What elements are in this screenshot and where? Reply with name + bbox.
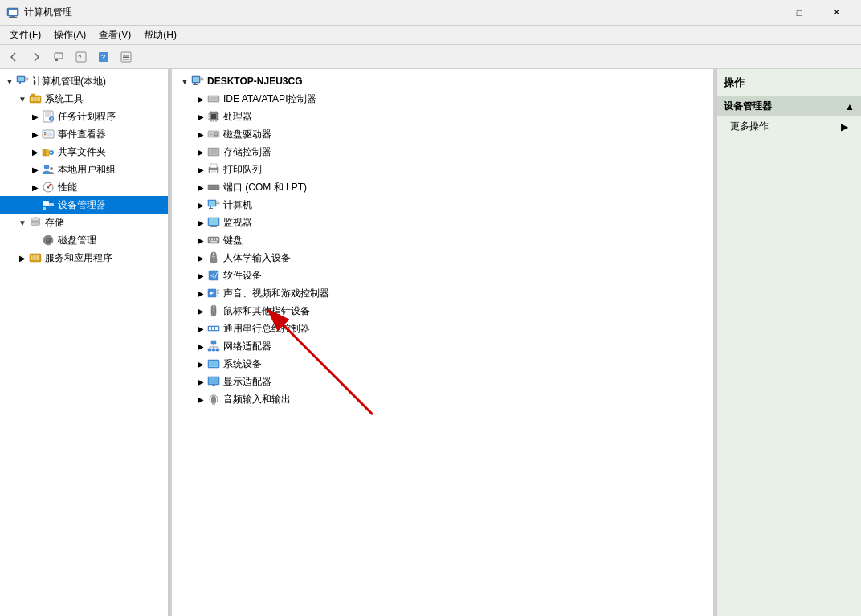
svg-rect-119 — [216, 238, 218, 239]
sidebar-item-local-users[interactable]: ▶ 本地用户和组 — [0, 161, 168, 178]
device-item-disk[interactable]: ▶ 磁盘驱动器 — [172, 125, 713, 143]
sidebar-item-disk-management[interactable]: 磁盘管理 — [0, 231, 168, 249]
svg-rect-113 — [212, 226, 215, 226]
toolbar-back[interactable] — [3, 47, 24, 67]
device-item-com[interactable]: ▶ 端口 (COM 和 LPT) — [172, 178, 713, 196]
device-item-serial[interactable]: ▶ 通用串行总线控制器 — [172, 320, 713, 337]
svg-rect-48 — [43, 207, 46, 210]
title-bar-text: 计算机管理 — [24, 6, 72, 19]
device-item-computer[interactable]: ▶ 计算机 — [172, 196, 713, 214]
svg-rect-35 — [44, 132, 46, 133]
device-item-mice[interactable]: ▶ 鼠标和其他指针设备 — [172, 302, 713, 320]
action-secondary-label: 更多操作 — [730, 120, 769, 133]
disk-icon — [42, 234, 55, 247]
users-expand-icon: ▶ — [29, 163, 42, 176]
toolbar-forward[interactable] — [26, 47, 47, 67]
svg-rect-87 — [210, 133, 214, 133]
device-item-software[interactable]: ▶ </> 软件设备 — [172, 267, 713, 284]
device-item-monitors[interactable]: ▶ 监视器 — [172, 214, 713, 231]
mice-expand: ▶ — [194, 304, 207, 317]
sidebar-item-performance[interactable]: ▶ 0 ∞ 性能 — [0, 178, 168, 196]
menu-view[interactable]: 查看(V) — [92, 27, 137, 43]
svg-rect-36 — [44, 134, 46, 136]
svg-line-132 — [217, 290, 219, 291]
device-item-cpu[interactable]: ▶ 处理器 — [172, 108, 713, 125]
svg-rect-46 — [43, 202, 48, 205]
device-item-display[interactable]: ▶ 显示适配器 — [172, 373, 713, 390]
action-primary[interactable]: 设备管理器 ▲ — [717, 96, 861, 116]
print-expand: ▶ — [194, 163, 207, 176]
device-root[interactable]: ▼ DESKTOP-NJEU3CG — [172, 72, 713, 90]
svg-rect-67 — [209, 96, 218, 101]
svg-rect-127 — [212, 256, 215, 257]
close-button[interactable]: ✕ — [818, 0, 855, 26]
device-root-expand: ▼ — [178, 75, 191, 88]
sidebar-item-system-tools[interactable]: ▼ 系统工具 — [0, 90, 168, 108]
devmgr-expand-icon — [29, 198, 42, 211]
main-container: ▼ 计算机管理(本地) ▼ — [0, 69, 861, 616]
device-item-hid[interactable]: ▶ 人体学输入设备 — [172, 249, 713, 267]
tree-root[interactable]: ▼ 计算机管理(本地) — [0, 72, 168, 90]
device-item-ide-ata[interactable]: ▶ IDE ATA/ATAPI控制器 — [172, 90, 713, 108]
sidebar-item-storage[interactable]: ▼ 存储 — [0, 214, 168, 231]
svg-text:</>: </> — [210, 272, 220, 279]
toolbar-refresh[interactable]: ? — [71, 47, 92, 67]
hid-expand: ▶ — [194, 251, 207, 264]
perf-expand-icon: ▶ — [29, 181, 42, 194]
svg-point-51 — [31, 222, 40, 226]
computer-label: 计算机 — [223, 198, 252, 212]
toolbar-up[interactable] — [48, 47, 69, 67]
disk-expand-icon — [29, 234, 42, 247]
sidebar-item-event-viewer[interactable]: ▶ 事件查看器 — [0, 125, 168, 143]
services-expand-icon: ▶ — [16, 251, 29, 264]
cpu-expand: ▶ — [194, 110, 207, 123]
disk-label: 磁盘管理 — [58, 234, 96, 247]
storage-icon — [29, 216, 42, 229]
title-bar-controls: — □ ✕ — [744, 0, 855, 26]
device-item-system[interactable]: ▶ 系统设备 — [172, 355, 713, 373]
com-expand: ▶ — [194, 181, 207, 194]
sidebar-item-task-scheduler[interactable]: ▶ 任务计划程序 — [0, 108, 168, 125]
sidebar-item-shared-folders[interactable]: ▶ 共享文件夹 — [0, 143, 168, 161]
disk-drives-label: 磁盘驱动器 — [223, 128, 271, 141]
event-expand-icon: ▶ — [29, 128, 42, 141]
svg-rect-109 — [209, 208, 213, 209]
svg-rect-156 — [209, 377, 218, 384]
menu-file[interactable]: 文件(F) — [3, 27, 47, 43]
svg-rect-108 — [210, 206, 211, 208]
maximize-button[interactable]: □ — [781, 0, 818, 26]
device-item-audio-video[interactable]: ▶ 声音、视频和游戏控制器 — [172, 284, 713, 302]
svg-point-99 — [216, 168, 218, 169]
right-panel: 操作 设备管理器 ▲ 更多操作 ▶ — [716, 69, 861, 616]
storage-label: 存储 — [45, 216, 64, 230]
toolbar-extra[interactable] — [116, 47, 137, 67]
hid-icon — [207, 251, 220, 264]
menu-help[interactable]: 帮助(H) — [137, 27, 183, 43]
svg-rect-16 — [19, 82, 21, 84]
svg-rect-143 — [212, 349, 215, 351]
minimize-button[interactable]: — — [744, 0, 781, 26]
menu-action[interactable]: 操作(A) — [47, 27, 92, 43]
svg-point-86 — [215, 133, 217, 135]
device-item-keyboard[interactable]: ▶ 键盘 — [172, 231, 713, 249]
sidebar-item-services-apps[interactable]: ▶ 服务和应用程序 — [0, 249, 168, 267]
device-item-storage-ctrl[interactable]: ▶ 存储控制器 — [172, 143, 713, 161]
serial-icon — [207, 322, 220, 335]
svg-rect-88 — [210, 134, 213, 135]
device-item-audio-io[interactable]: ▶ 音频输入和输出 — [172, 390, 713, 408]
network-label: 网络适配器 — [223, 340, 271, 353]
sidebar-item-device-manager[interactable]: 设备管理器 — [0, 196, 168, 214]
device-item-print[interactable]: ▶ 打印队列 — [172, 161, 713, 178]
svg-rect-71 — [211, 114, 216, 119]
action-secondary[interactable]: 更多操作 ▶ — [717, 116, 861, 137]
toolbar-help[interactable]: ? — [93, 47, 114, 67]
device-manager-icon — [42, 198, 55, 211]
svg-rect-120 — [209, 239, 210, 241]
mice-label: 鼠标和其他指针设备 — [223, 304, 310, 318]
storage-ctrl-expand: ▶ — [194, 145, 207, 158]
device-item-network[interactable]: ▶ 网络适配器 — [172, 337, 713, 355]
ide-label: IDE ATA/ATAPI控制器 — [223, 92, 316, 106]
network-icon — [207, 340, 220, 353]
svg-rect-95 — [210, 164, 217, 168]
svg-rect-140 — [215, 327, 218, 330]
